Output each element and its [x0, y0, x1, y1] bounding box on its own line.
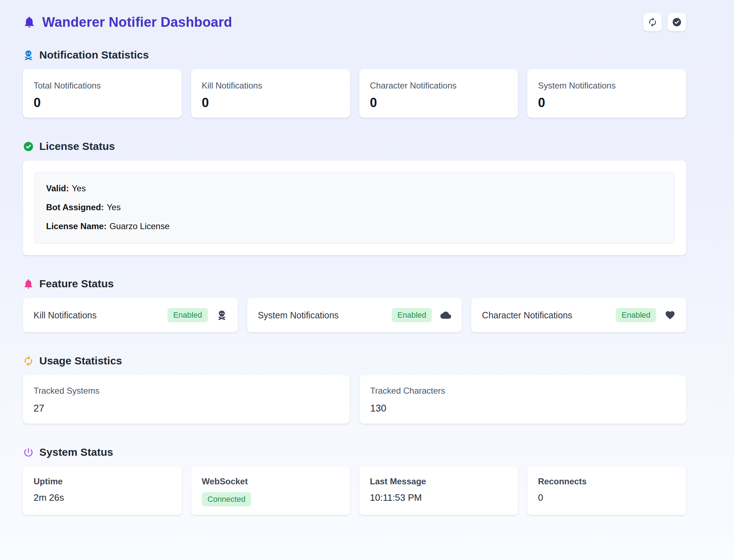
usage-card-tracked-characters: Tracked Characters 130 — [360, 375, 686, 424]
system-value: 10:11:53 PM — [370, 492, 508, 503]
feature-card-system-notifications: System Notifications Enabled — [247, 298, 462, 332]
check-circle-icon — [672, 17, 682, 27]
refresh-icon — [648, 17, 658, 27]
usage-card-tracked-systems: Tracked Systems 27 — [23, 375, 350, 424]
stat-value: 0 — [538, 96, 675, 109]
system-card-last-message: Last Message 10:11:53 PM — [359, 466, 518, 515]
section-title-notification-statistics: Notification Statistics — [23, 49, 686, 61]
feature-label: System Notifications — [258, 310, 339, 321]
system-value: 2m 26s — [34, 492, 171, 503]
section-title-system-status: System Status — [23, 446, 686, 459]
feature-card-kill-notifications: Kill Notifications Enabled — [23, 298, 238, 332]
stat-label: Character Notifications — [370, 81, 508, 91]
section-title-text: Feature Status — [39, 277, 114, 290]
check-circle-icon — [23, 141, 34, 152]
license-field-value: Yes — [107, 202, 121, 212]
header-actions — [643, 13, 686, 31]
license-field-label: Valid: — [46, 183, 69, 193]
stat-card-kill-notifications: Kill Notifications 0 — [191, 69, 350, 118]
stat-value: 0 — [202, 96, 339, 109]
system-label: Last Message — [370, 476, 508, 486]
feature-status-badge: Enabled — [392, 308, 432, 322]
stat-card-character-notifications: Character Notifications 0 — [359, 69, 518, 118]
stat-card-system-notifications: System Notifications 0 — [527, 69, 686, 118]
section-title-text: Notification Statistics — [39, 49, 149, 61]
skull-crossbones-icon — [216, 310, 227, 321]
cloud-icon — [440, 310, 451, 321]
power-icon — [23, 447, 34, 458]
usage-value: 130 — [370, 403, 676, 414]
page-title: Wanderer Notifier Dashboard — [23, 15, 232, 30]
section-usage-statistics: Usage Statistics Tracked Systems 27 Trac… — [23, 354, 686, 424]
stat-label: Kill Notifications — [202, 81, 339, 91]
stat-label: System Notifications — [538, 81, 675, 91]
stat-value: 0 — [34, 96, 171, 109]
bell-icon — [23, 16, 36, 29]
section-title-usage-statistics: Usage Statistics — [23, 354, 686, 367]
feature-card-character-notifications: Character Notifications Enabled — [471, 298, 686, 332]
bell-icon — [23, 278, 34, 289]
usage-value: 27 — [34, 403, 339, 414]
websocket-status-badge: Connected — [202, 492, 251, 506]
stat-card-total-notifications: Total Notifications 0 — [23, 69, 182, 118]
usage-label: Tracked Systems — [34, 386, 339, 396]
page-title-text: Wanderer Notifier Dashboard — [42, 15, 232, 30]
license-field-value: Yes — [72, 183, 86, 193]
dashboard-page: Wanderer Notifier Dashboard Notification… — [0, 0, 734, 515]
license-row-license-name: License Name:Guarzo License — [46, 221, 663, 231]
system-card-websocket: WebSocket Connected — [191, 466, 350, 515]
system-label: Uptime — [34, 476, 171, 486]
system-label: WebSocket — [202, 476, 339, 486]
refresh-icon — [23, 355, 34, 367]
feature-status-badge: Enabled — [616, 308, 656, 322]
license-card: Valid:Yes Bot Assigned:Yes License Name:… — [23, 161, 686, 255]
system-card-reconnects: Reconnects 0 — [527, 466, 686, 515]
stat-label: Total Notifications — [34, 81, 171, 91]
feature-label: Kill Notifications — [34, 310, 96, 321]
license-field-value: Guarzo License — [109, 221, 169, 231]
license-row-bot-assigned: Bot Assigned:Yes — [46, 202, 663, 212]
system-card-uptime: Uptime 2m 26s — [23, 466, 182, 515]
section-title-text: License Status — [39, 140, 115, 153]
license-field-label: License Name: — [46, 221, 106, 231]
section-title-text: Usage Statistics — [39, 354, 122, 367]
system-label: Reconnects — [538, 476, 675, 486]
feature-label: Character Notifications — [482, 310, 572, 321]
section-title-license-status: License Status — [23, 140, 686, 153]
skull-crossbones-icon — [23, 50, 34, 61]
license-panel: Valid:Yes Bot Assigned:Yes License Name:… — [34, 172, 675, 244]
stat-value: 0 — [370, 96, 508, 109]
section-notification-statistics: Notification Statistics Total Notificati… — [23, 49, 686, 118]
section-feature-status: Feature Status Kill Notifications Enable… — [23, 277, 686, 332]
heart-icon — [665, 310, 675, 321]
status-check-button[interactable] — [668, 13, 686, 31]
feature-status-badge: Enabled — [168, 308, 208, 322]
section-system-status: System Status Uptime 2m 26s WebSocket Co… — [23, 446, 686, 515]
section-title-feature-status: Feature Status — [23, 277, 686, 290]
license-field-label: Bot Assigned: — [46, 202, 104, 212]
section-title-text: System Status — [39, 446, 113, 459]
refresh-button[interactable] — [643, 13, 662, 31]
usage-label: Tracked Characters — [370, 386, 676, 396]
system-value: 0 — [538, 492, 675, 503]
section-license-status: License Status Valid:Yes Bot Assigned:Ye… — [23, 140, 686, 255]
header: Wanderer Notifier Dashboard — [23, 13, 686, 31]
license-row-valid: Valid:Yes — [46, 183, 663, 193]
